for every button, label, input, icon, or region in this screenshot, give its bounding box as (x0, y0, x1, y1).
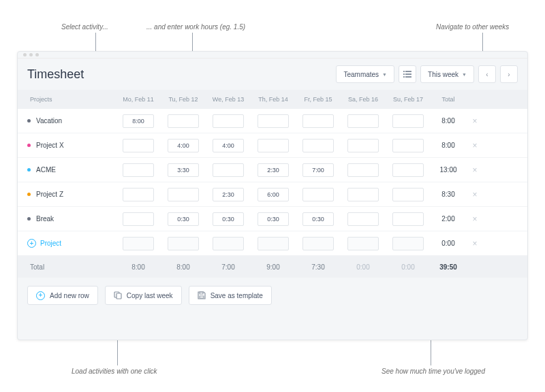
col-day: Su, Feb 17 (386, 96, 431, 103)
hours-input[interactable] (392, 188, 424, 201)
remove-row-button[interactable]: × (466, 239, 484, 248)
col-day: Th, Feb 14 (251, 96, 296, 103)
project-cell[interactable]: Project Z (27, 191, 116, 198)
hours-input[interactable] (347, 188, 379, 201)
day-total: 0:00 (341, 263, 386, 271)
hours-input[interactable] (392, 212, 424, 226)
next-week-button[interactable]: › (500, 65, 518, 83)
hours-input[interactable] (123, 114, 154, 128)
hours-input[interactable] (392, 114, 424, 128)
traffic-light-dot (35, 53, 39, 56)
hours-input[interactable] (123, 188, 154, 201)
traffic-light-dot (29, 53, 33, 56)
header-controls: Teammates ▼ This week ▼ ‹ › (336, 65, 518, 83)
hours-input[interactable] (392, 237, 424, 250)
remove-row-button[interactable]: × (466, 214, 484, 224)
hours-input[interactable] (258, 212, 289, 226)
col-day: We, Feb 13 (206, 96, 251, 103)
project-name: Project Z (36, 191, 63, 198)
add-project-button[interactable]: +Project (27, 239, 116, 248)
row-total: 8:30 (431, 191, 466, 198)
row-total: 13:00 (431, 166, 466, 174)
table-row: Vacation8:00× (18, 109, 527, 133)
project-cell[interactable]: ACME (27, 166, 116, 174)
hours-input[interactable] (123, 237, 154, 250)
col-projects: Projects (27, 96, 116, 103)
save-template-button[interactable]: Save as template (189, 286, 272, 305)
copy-last-week-button[interactable]: Copy last week (105, 286, 182, 305)
hours-input[interactable] (168, 114, 199, 128)
hours-input[interactable] (213, 139, 244, 152)
day-total: 8:00 (116, 263, 161, 271)
prev-week-button[interactable]: ‹ (478, 65, 496, 83)
hours-input[interactable] (392, 139, 424, 152)
project-cell[interactable]: Vacation (27, 117, 116, 125)
project-name: Break (36, 215, 54, 223)
hours-input[interactable] (213, 212, 244, 226)
hours-input[interactable] (302, 237, 334, 250)
callout-enter-hours: ... and enter work hours (eg. 1.5) (146, 23, 245, 31)
project-cell[interactable]: Break (27, 215, 116, 223)
hours-input[interactable] (168, 188, 199, 201)
hours-input[interactable] (258, 163, 289, 177)
project-color-dot (27, 168, 31, 172)
remove-row-button[interactable]: × (466, 116, 484, 126)
hours-input[interactable] (302, 212, 334, 226)
hours-input[interactable] (168, 237, 199, 250)
project-color-dot (27, 119, 31, 122)
teammates-label: Teammates (343, 71, 379, 78)
hours-input[interactable] (347, 163, 379, 177)
svg-rect-3 (405, 74, 411, 75)
remove-row-button[interactable]: × (466, 141, 484, 150)
hours-input[interactable] (213, 188, 244, 201)
row-total: 8:00 (431, 142, 466, 149)
save-template-label: Save as template (211, 292, 263, 299)
chevron-down-icon: ▼ (462, 72, 467, 77)
hours-input[interactable] (302, 114, 334, 128)
hours-input[interactable] (213, 114, 244, 128)
hours-input[interactable] (168, 163, 199, 177)
hours-input[interactable] (123, 163, 154, 177)
hours-input[interactable] (302, 163, 334, 177)
teammates-dropdown[interactable]: Teammates ▼ (336, 65, 394, 83)
col-day: Mo, Feb 11 (116, 96, 161, 103)
day-total: 8:00 (161, 263, 206, 271)
week-dropdown[interactable]: This week ▼ (420, 65, 474, 83)
hours-input[interactable] (347, 114, 379, 128)
row-total: 2:00 (431, 215, 466, 223)
table-body: Vacation8:00×Project X8:00×ACME13:00×Pro… (18, 109, 527, 256)
hours-input[interactable] (392, 163, 424, 177)
project-name: Vacation (36, 117, 62, 125)
save-icon (198, 291, 206, 299)
hours-input[interactable] (347, 139, 379, 152)
hours-input[interactable] (258, 139, 289, 152)
app-window: Timesheet Teammates ▼ This week ▼ ‹ (17, 51, 528, 340)
remove-row-button[interactable]: × (466, 165, 484, 175)
row-total: 0:00 (431, 240, 466, 247)
remove-row-button[interactable]: × (466, 190, 484, 199)
svg-rect-0 (403, 71, 405, 72)
hours-input[interactable] (123, 212, 154, 226)
hours-input[interactable] (123, 139, 154, 152)
hours-input[interactable] (302, 139, 334, 152)
hours-input[interactable] (258, 114, 289, 128)
hours-input[interactable] (168, 139, 199, 152)
hours-input[interactable] (213, 163, 244, 177)
project-cell[interactable]: Project X (27, 142, 116, 149)
hours-input[interactable] (168, 212, 199, 226)
project-name: ACME (36, 166, 56, 174)
hours-input[interactable] (302, 188, 334, 201)
svg-rect-5 (405, 76, 411, 78)
list-view-button[interactable] (399, 65, 416, 83)
traffic-light-dot (23, 53, 27, 56)
callout-load-activities: Load activities with one click (72, 368, 157, 375)
add-row-button[interactable]: + Add new row (27, 286, 98, 305)
hours-input[interactable] (347, 212, 379, 226)
week-label: This week (428, 71, 458, 78)
hours-input[interactable] (347, 237, 379, 250)
hours-input[interactable] (213, 237, 244, 250)
hours-input[interactable] (258, 188, 289, 201)
project-color-dot (27, 193, 31, 196)
hours-input[interactable] (258, 237, 289, 250)
day-total: 0:00 (386, 263, 431, 271)
